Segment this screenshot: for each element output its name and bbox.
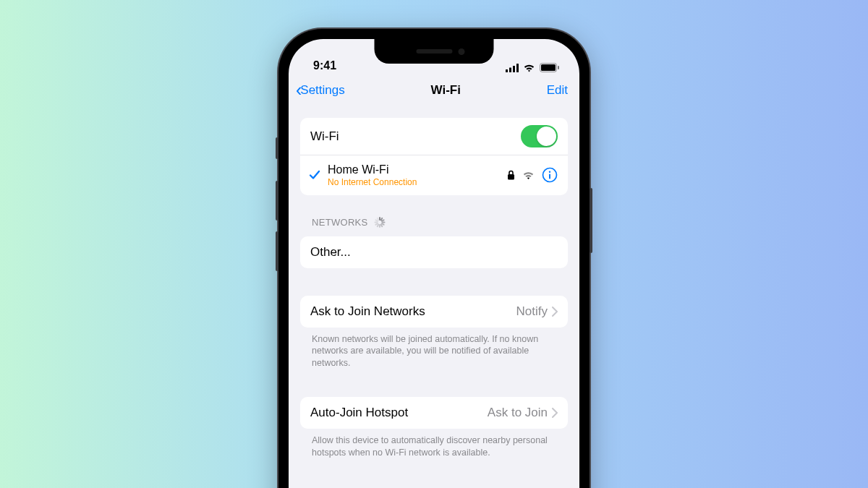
auto-join-group: Auto-Join Hotspot Ask to Join xyxy=(300,397,568,429)
status-time: 9:41 xyxy=(313,59,336,72)
svg-rect-1 xyxy=(509,67,511,72)
network-status: No Internet Connection xyxy=(328,177,507,187)
auto-join-footer: Allow this device to automatically disco… xyxy=(300,429,568,459)
battery-icon xyxy=(540,63,559,72)
checkmark-icon xyxy=(308,168,321,181)
other-label: Other... xyxy=(310,245,351,260)
wifi-group: Wi-Fi Home Wi-Fi No Internet Connection xyxy=(300,118,568,195)
info-icon[interactable] xyxy=(542,167,558,183)
volume-down-button xyxy=(276,231,278,271)
spinner-icon xyxy=(374,217,385,228)
page-title: Wi-Fi xyxy=(431,83,461,98)
network-name: Home Wi-Fi xyxy=(328,163,507,176)
chevron-right-icon xyxy=(552,307,558,317)
notch xyxy=(375,39,494,64)
ask-to-join-row[interactable]: Ask to Join Networks Notify xyxy=(300,296,568,328)
other-network-row[interactable]: Other... xyxy=(300,236,568,268)
cellular-icon xyxy=(506,64,519,72)
lock-icon xyxy=(507,170,515,180)
nav-bar: ‹ Settings Wi-Fi Edit xyxy=(289,74,579,105)
svg-rect-6 xyxy=(558,66,559,69)
svg-rect-7 xyxy=(508,174,514,180)
screen: 9:41 ‹ Settings Wi-Fi Edit Wi-Fi xyxy=(289,39,579,488)
wifi-status-icon xyxy=(523,64,535,72)
wifi-toggle[interactable] xyxy=(521,125,558,147)
connected-network-row[interactable]: Home Wi-Fi No Internet Connection xyxy=(300,155,568,195)
svg-rect-0 xyxy=(506,69,508,72)
auto-join-label: Auto-Join Hotspot xyxy=(310,406,408,420)
back-button[interactable]: ‹ Settings xyxy=(296,81,345,99)
networks-section-header: NETWORKS xyxy=(300,217,568,232)
ask-to-join-group: Ask to Join Networks Notify xyxy=(300,296,568,328)
ask-to-join-footer: Known networks will be joined automatica… xyxy=(300,328,568,370)
svg-rect-10 xyxy=(549,174,550,179)
edit-button[interactable]: Edit xyxy=(547,83,568,98)
volume-up-button xyxy=(276,181,278,221)
ask-to-join-label: Ask to Join Networks xyxy=(310,304,425,319)
svg-rect-3 xyxy=(516,64,519,72)
svg-rect-5 xyxy=(541,64,556,71)
power-button xyxy=(590,188,592,253)
svg-rect-2 xyxy=(513,66,515,72)
mute-switch xyxy=(276,137,278,159)
wifi-toggle-row: Wi-Fi xyxy=(300,118,568,155)
networks-header-label: NETWORKS xyxy=(312,217,368,228)
phone-frame: 9:41 ‹ Settings Wi-Fi Edit Wi-Fi xyxy=(278,29,590,488)
wifi-toggle-label: Wi-Fi xyxy=(310,129,339,144)
chevron-right-icon xyxy=(552,408,558,418)
svg-point-9 xyxy=(549,171,550,173)
ask-to-join-value: Notify xyxy=(516,304,548,319)
back-label: Settings xyxy=(300,83,344,98)
auto-join-row[interactable]: Auto-Join Hotspot Ask to Join xyxy=(300,397,568,429)
wifi-signal-icon xyxy=(522,171,535,180)
auto-join-value: Ask to Join xyxy=(488,406,548,420)
networks-group: Other... xyxy=(300,236,568,268)
